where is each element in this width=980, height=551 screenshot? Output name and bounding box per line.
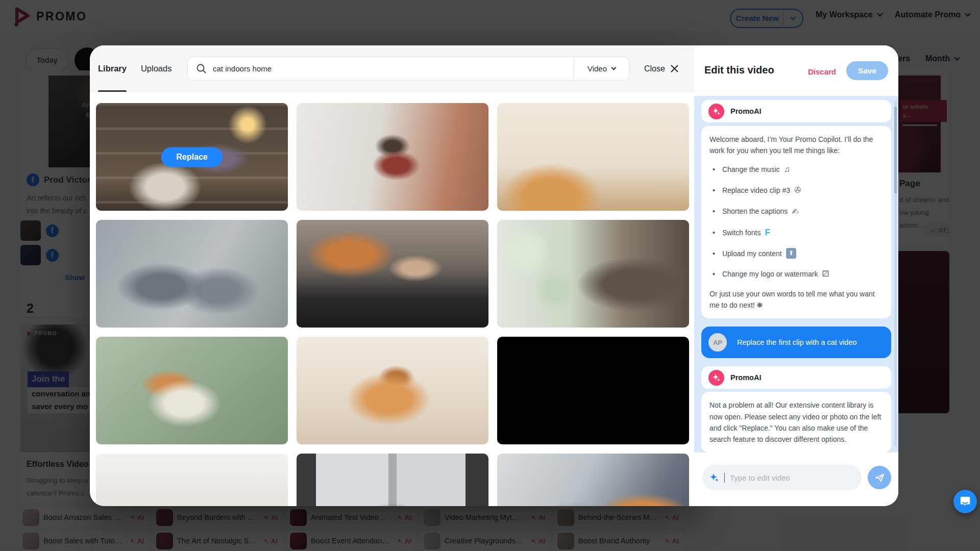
close-button[interactable]: Close <box>644 45 678 92</box>
sparkles-icon <box>712 373 721 382</box>
search-icon <box>196 63 207 74</box>
library-search-bar: Video <box>187 57 629 81</box>
font-icon: F <box>765 226 770 240</box>
bullet-label: Shorten the captions <box>722 206 788 217</box>
bullet-label: Replace video clip #3 <box>722 185 790 196</box>
chat-scrollbar[interactable] <box>894 101 897 446</box>
welcome-text: Welcome aboard, I’m Your Promo Copilot. … <box>709 135 873 155</box>
library-tile[interactable]: Replace <box>96 103 288 211</box>
writing-hand-icon: ✍ <box>792 205 798 218</box>
chat-bubble-icon <box>959 495 971 508</box>
reply-text: Not a problem at all! Our extensive cont… <box>709 401 881 443</box>
copilot-bullet: Shorten the captions✍ <box>713 205 883 218</box>
tab-library[interactable]: Library <box>98 45 127 92</box>
search-input[interactable] <box>213 64 574 73</box>
media-type-dropdown[interactable]: Video <box>574 57 629 80</box>
dice-icon: ⚂ <box>822 267 829 280</box>
library-tile[interactable] <box>497 337 689 444</box>
bullet-label: Upload my content <box>722 248 782 259</box>
user-message: AP Replace the first clip with a cat vid… <box>701 327 891 358</box>
promoai-avatar <box>708 104 724 119</box>
media-type-label: Video <box>587 64 607 73</box>
copilot-bullet: Replace video clip #3✇ <box>713 184 883 196</box>
bot-name: PromoAI <box>730 373 761 382</box>
copilot-header: Edit this video Discard Save <box>694 45 898 96</box>
library-tile[interactable] <box>96 337 288 444</box>
sparkles-icon <box>712 107 721 116</box>
closing-text: Or just use your own words to tell me wh… <box>709 288 883 311</box>
close-icon <box>671 65 678 72</box>
edit-video-input[interactable] <box>730 473 854 482</box>
user-message-text: Replace the first clip with a cat video <box>737 338 857 346</box>
composer-field[interactable] <box>702 465 862 490</box>
sparkles-icon <box>709 473 719 483</box>
bot-message: Welcome aboard, I’m Your Promo Copilot. … <box>701 126 891 318</box>
bot-message-header: PromoAI <box>701 100 891 122</box>
copilot-bullet-list: Change the music♫Replace video clip #3✇S… <box>713 163 883 280</box>
library-tile[interactable] <box>497 454 689 506</box>
library-grid: Replace <box>90 92 694 506</box>
close-label: Close <box>644 64 665 73</box>
bot-message: Not a problem at all! Our extensive cont… <box>701 392 891 452</box>
library-tile[interactable] <box>297 103 488 211</box>
user-avatar: AP <box>708 333 727 352</box>
bullet-label: Switch fonts <box>722 227 761 238</box>
bot-name: PromoAI <box>730 107 761 115</box>
scrollbar-thumb[interactable] <box>894 107 897 193</box>
bullet-label: Change my logo or watermark <box>722 268 818 280</box>
movie-camera-icon: ✇ <box>794 184 801 196</box>
content-library-modal: Library Uploads Video Close <box>90 45 694 506</box>
save-button[interactable]: Save <box>846 61 888 80</box>
library-results: Replace <box>90 92 694 506</box>
copilot-bullet: Upload my content⬆ <box>713 248 883 259</box>
library-tile[interactable] <box>297 220 488 328</box>
chat-thread[interactable]: PromoAI Welcome aboard, I’m Your Promo C… <box>694 96 898 453</box>
send-button[interactable] <box>868 466 891 489</box>
library-tile[interactable] <box>497 103 689 211</box>
copilot-bullet: Change my logo or watermark⚂ <box>713 267 883 280</box>
send-icon <box>874 472 885 483</box>
promoai-avatar <box>708 370 724 386</box>
copilot-bullet: Switch fontsF <box>713 226 883 240</box>
replace-button[interactable]: Replace <box>161 147 223 167</box>
discard-button[interactable]: Discard <box>808 67 836 76</box>
copilot-panel: Edit this video Discard Save PromoAI Wel… <box>694 45 898 506</box>
library-tile[interactable] <box>297 454 488 506</box>
library-tile[interactable] <box>497 220 689 328</box>
library-tabs: Library Uploads <box>98 45 172 92</box>
composer-bar <box>694 453 898 506</box>
promo-app: PROMO Create New My Workspace Automate P… <box>0 0 980 551</box>
library-tile[interactable] <box>297 337 488 444</box>
bot-message-header: PromoAI <box>701 366 891 389</box>
chevron-down-icon <box>611 65 617 70</box>
tab-uploads[interactable]: Uploads <box>141 45 172 92</box>
chat-widget-button[interactable] <box>953 490 977 513</box>
upload-icon: ⬆ <box>786 248 796 259</box>
library-tile[interactable] <box>96 220 288 328</box>
library-tile[interactable] <box>96 454 288 506</box>
library-header: Library Uploads Video Close <box>90 45 694 92</box>
copilot-bullet: Change the music♫ <box>713 163 883 176</box>
music-note-icon: ♫ <box>784 163 790 176</box>
text-caret <box>724 473 725 483</box>
panel-title: Edit this video <box>704 64 774 76</box>
bullet-label: Change the music <box>722 164 780 175</box>
